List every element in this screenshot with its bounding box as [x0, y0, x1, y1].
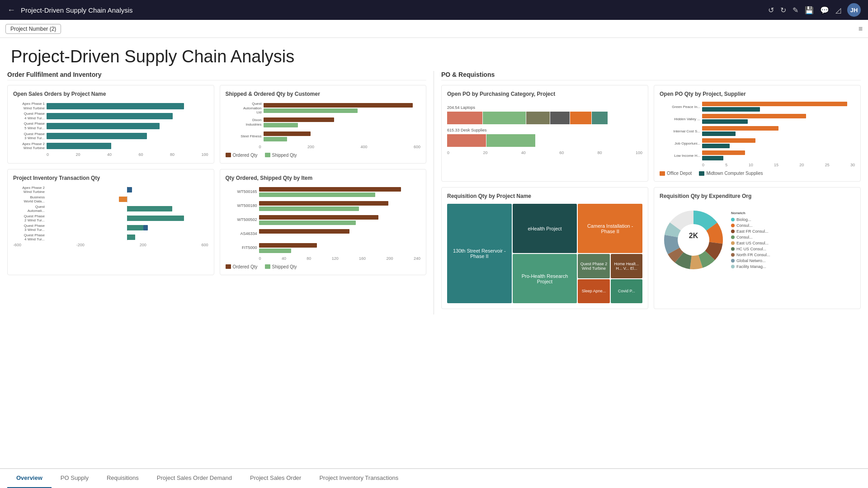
open-po-supplier-chart: Open PO Qty by Project, Supplier Green P…	[654, 85, 861, 182]
requisition-expenditure-title: Requisition Qty by Expenditure Org	[660, 193, 855, 199]
treemap-cell: 130th Street Reservoir - Phase II	[447, 204, 512, 303]
app-title: Project-Driven Supply Chain Analysis	[21, 6, 763, 14]
requisition-project-title: Requisition Qty by Project Name	[447, 193, 642, 199]
treemap-cell: Home Healt... H... V... El...	[611, 254, 642, 278]
qty-ordered-bars: WT500165 WT500180	[226, 186, 421, 269]
inventory-transaction-chart: Project Inventory Transaction Qty Apex P…	[7, 169, 214, 275]
open-po-category-chart: Open PO by Purchasing Category, Project …	[441, 85, 648, 182]
redo-icon[interactable]: ↻	[780, 6, 786, 14]
open-sales-orders-title: Open Sales Orders by Project Name	[13, 91, 208, 97]
edit-icon[interactable]: ✎	[793, 6, 798, 14]
bar-row: WT500180	[226, 200, 421, 212]
po-supplier-legend: Office Depot Midtown Computer Supplies	[660, 171, 855, 176]
treemap-cell: Sleep Apne...	[578, 279, 609, 304]
bar-row: Hidden Valley ...	[660, 114, 855, 124]
left-section: Order Fullfilment and Inventory Open Sal…	[7, 71, 434, 314]
main-content: Order Fullfilment and Inventory Open Sal…	[0, 71, 868, 351]
qty-ordered-legend: Ordered Qty Shipped Qty	[226, 264, 421, 269]
bar-row: WT500502	[226, 214, 421, 226]
treemap-sub-grid: Quest Phase 2 Wind Turbine Home Healt...…	[578, 254, 642, 303]
treemap-cell: Camera Installation - Phase II	[578, 204, 642, 253]
comment-icon[interactable]: 💬	[820, 6, 829, 14]
bar-row: Job Opportuni...	[660, 138, 855, 148]
page-title: Project-Driven Supply Chain Analysis	[0, 38, 868, 71]
requisition-project-chart: Requisition Qty by Project Name 130th St…	[441, 187, 648, 309]
bar-row: BusinessWorld Data...	[13, 195, 208, 203]
open-po-category-title: Open PO by Purchasing Category, Project	[447, 91, 642, 97]
donut-legend: Norwich Biolog... Consul... East FR Cons…	[731, 211, 770, 269]
bar-row: DixonIndustries	[226, 116, 421, 129]
bar-row: Quest Phase3 Wind Tur...	[13, 132, 208, 141]
shipped-ordered-bars: QuestAutomationLtd DixonIndustries	[226, 102, 421, 158]
treemap-cell: eHealth Project	[513, 204, 577, 253]
top-charts-row: Open Sales Orders by Project Name Apex P…	[7, 85, 426, 169]
right-section-title: PO & Requistions	[441, 71, 861, 80]
bar-row: Apex Phase 1Wind Turbine	[13, 102, 208, 110]
save-icon[interactable]: 💾	[805, 6, 814, 14]
bar-row: Quest Phase4 Wind Tur...	[13, 112, 208, 120]
sections-wrapper: Order Fullfilment and Inventory Open Sal…	[7, 71, 861, 314]
svg-point-10	[681, 227, 706, 253]
back-button[interactable]: ←	[7, 5, 15, 15]
bar-row: Low Income H...	[660, 150, 855, 160]
fullscreen-icon[interactable]: ◿	[835, 6, 841, 14]
bar-row: Apex Phase 2Wind Turbine	[13, 186, 208, 194]
treemap-cell: Quest Phase 2 Wind Turbine	[578, 254, 609, 278]
bar-row: Quest Phase3 Wind Tur...	[13, 224, 208, 232]
bar-row: QuestAutomati...	[13, 205, 208, 213]
bar-row: AS46334	[226, 228, 421, 240]
project-number-filter[interactable]: Project Number (2)	[5, 24, 61, 34]
treemap-cell: Pro-Health Research Project	[513, 254, 577, 303]
inventory-transaction-title: Project Inventory Transaction Qty	[13, 175, 208, 181]
open-po-supplier-title: Open PO Qty by Project, Supplier	[660, 91, 855, 97]
bar-row: QuestAutomationLtd	[226, 102, 421, 115]
filter-bar: Project Number (2) ≡	[0, 20, 868, 38]
treemap-cell: Covid P...	[611, 279, 642, 304]
shipped-ordered-chart: Shipped & Ordered Qty by Customer QuestA…	[220, 85, 427, 164]
filter-icon[interactable]: ≡	[859, 25, 863, 33]
bar-row: FIT5000	[226, 242, 421, 254]
qty-ordered-chart: Qty Ordered, Shipped Qty by Item WT50016…	[220, 169, 427, 275]
shipped-ordered-title: Shipped & Ordered Qty by Customer	[226, 91, 421, 97]
left-section-title: Order Fullfilment and Inventory	[7, 71, 426, 80]
toolbar-icons: ↺ ↻ ✎ 💾 💬 ◿ JH	[768, 3, 861, 17]
open-po-supplier-bars: Green Peace In... Hidden Valley ...	[660, 102, 855, 176]
qty-ordered-title: Qty Ordered, Shipped Qty by Item	[226, 175, 421, 181]
bar-row: Quest Phase2 Wind Tur...	[13, 214, 208, 222]
open-sales-orders-bars: Apex Phase 1Wind Turbine Quest Phase4 Wi…	[13, 102, 208, 157]
bar-row: WT500165	[226, 186, 421, 198]
requisition-charts-row: Requisition Qty by Project Name 130th St…	[441, 187, 861, 314]
undo-icon[interactable]: ↺	[768, 6, 774, 14]
office-depot-label: Office Depot	[667, 171, 692, 176]
shipped-ordered-legend: Ordered Qty Shipped Qty	[226, 153, 421, 158]
svg-text:2K: 2K	[689, 232, 698, 239]
bar-row: Quest Phase4 Wind Tur...	[13, 233, 208, 241]
open-sales-orders-chart: Open Sales Orders by Project Name Apex P…	[7, 85, 214, 164]
bar-row: Quest Phase5 Wind Tur...	[13, 122, 208, 130]
bar-row: Internal Cost S...	[660, 126, 855, 136]
bar-row: Green Peace In...	[660, 102, 855, 112]
bar-row: Apex Phase 2Wind Turbine	[13, 142, 208, 150]
po-charts-row: Open PO by Purchasing Category, Project …	[441, 85, 861, 187]
avatar[interactable]: JH	[847, 3, 861, 17]
right-section: PO & Requistions Open PO by Purchasing C…	[434, 71, 861, 314]
bottom-charts-row: Project Inventory Transaction Qty Apex P…	[7, 169, 426, 281]
requisition-expenditure-chart: Requisition Qty by Expenditure Org	[654, 187, 861, 309]
top-bar: ← Project-Driven Supply Chain Analysis ↺…	[0, 0, 868, 20]
donut-chart-svg: 2K	[660, 204, 727, 276]
bar-row: Steel Fitness	[226, 130, 421, 143]
